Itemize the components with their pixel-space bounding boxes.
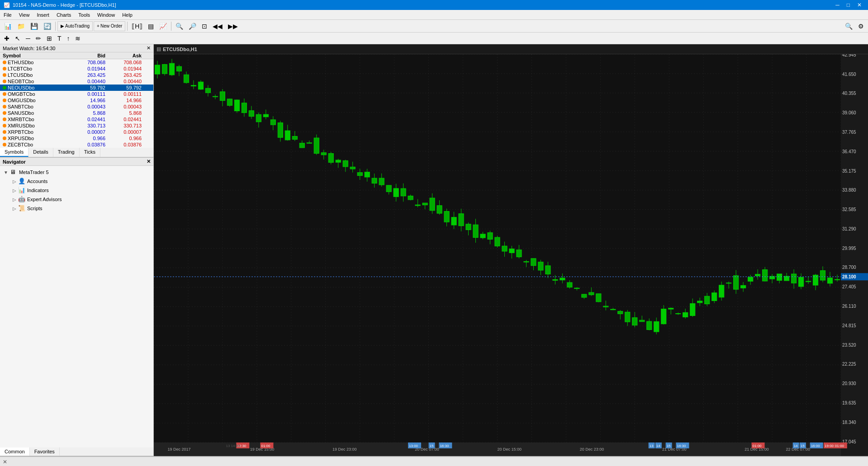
- menu-view[interactable]: View: [15, 11, 33, 19]
- maximize-button[interactable]: □: [844, 1, 853, 9]
- market-watch-row[interactable]: ZECBTCbo 0.03876 0.03876: [0, 141, 153, 148]
- menu-charts[interactable]: Charts: [53, 11, 75, 19]
- sym-dot: [3, 67, 6, 71]
- fib-btn[interactable]: ≋: [73, 33, 83, 43]
- nav-item-scripts[interactable]: ▷ 📜 Scripts: [11, 204, 152, 213]
- text-btn[interactable]: T: [55, 33, 64, 43]
- market-watch-row[interactable]: LTCUSDbo 263.425 263.425: [0, 72, 153, 78]
- symbol-name: LTCBTCbo: [8, 66, 32, 71]
- sym-dot: [3, 86, 6, 89]
- settings-btn[interactable]: ⚙: [856, 21, 866, 31]
- mw-tab-trading[interactable]: Trading: [53, 148, 80, 157]
- cursor-btn[interactable]: ↖: [13, 33, 23, 43]
- market-watch-row[interactable]: ETHUSDbo 708.068 708.068: [0, 59, 153, 66]
- symbol-cell: SANUSDbo: [3, 110, 69, 116]
- nav-item-metatrader[interactable]: ▼ 🖥 MetaTrader 5: [2, 168, 152, 177]
- refresh-btn[interactable]: 🔄: [41, 21, 53, 31]
- ask-cell: 708.068: [105, 60, 142, 65]
- neworder-icon: +: [97, 24, 100, 28]
- autotrading-btn[interactable]: ▶ AutoTrading: [57, 21, 93, 31]
- arrow-btn[interactable]: ↑: [64, 33, 72, 43]
- symbol-cell: XRPUSDbo: [3, 136, 69, 141]
- menu-file[interactable]: File: [0, 11, 15, 19]
- row-actions: [142, 142, 151, 147]
- nav-tab-favorites[interactable]: Favorites: [30, 447, 60, 456]
- market-watch-tabs: Symbols Details Trading Ticks: [0, 148, 153, 157]
- period-btn1[interactable]: ⟦H⟧: [129, 21, 145, 31]
- terminal-close-btn[interactable]: ✕: [3, 459, 7, 465]
- nav-item-accounts[interactable]: ▷ 👤 Accounts: [11, 177, 152, 186]
- menu-help[interactable]: Help: [119, 11, 136, 19]
- market-watch-row[interactable]: SANUSDbo 5.868 5.868: [0, 110, 153, 116]
- nav-icon-indicators: 📊: [18, 187, 25, 194]
- menu-insert[interactable]: Insert: [33, 11, 53, 19]
- market-watch-row[interactable]: XRPUSDbo 0.966 0.966: [0, 135, 153, 141]
- nav-icon-accounts: 👤: [18, 178, 25, 185]
- draw-btn[interactable]: ✏: [33, 33, 43, 43]
- market-watch-row[interactable]: XMRBTCbo 0.02441 0.02441: [0, 116, 153, 122]
- bid-cell: 263.425: [69, 72, 105, 78]
- sym-dot: [3, 80, 6, 83]
- mw-tab-ticks[interactable]: Ticks: [80, 148, 100, 157]
- navigator-close[interactable]: ✕: [147, 159, 151, 165]
- col-ask: Ask: [105, 53, 142, 58]
- chart-type-btn[interactable]: 📈: [157, 21, 169, 31]
- open-btn[interactable]: 📁: [15, 21, 27, 31]
- symbol-name: OMGBTCbo: [8, 91, 35, 97]
- menu-tools[interactable]: Tools: [75, 11, 94, 19]
- market-watch-row[interactable]: NEOBTCbo 0.00440 0.00440: [0, 78, 153, 85]
- chart-canvas-container[interactable]: [154, 54, 868, 456]
- hline-btn[interactable]: ─: [24, 33, 33, 43]
- row-actions: [142, 110, 151, 116]
- zoom-out-btn[interactable]: 🔎: [186, 21, 199, 31]
- scroll-left-btn[interactable]: ◀◀: [210, 21, 225, 31]
- market-watch-row[interactable]: XMRUSDbo 330.713 330.713: [0, 122, 153, 129]
- sym-dot: [3, 61, 6, 64]
- app-icon: 📈: [4, 2, 10, 8]
- symbol-name: XMRUSDbo: [8, 123, 35, 128]
- market-watch-row[interactable]: LTCBTCbo 0.01944 0.01944: [0, 66, 153, 72]
- zoom-fit-btn[interactable]: ⊡: [199, 21, 209, 31]
- nav-label-mt: MetaTrader 5: [19, 169, 49, 175]
- save-btn[interactable]: 💾: [28, 21, 40, 31]
- chart-area: ▤ ETCUSDbo,H1: [154, 44, 868, 456]
- mw-tab-details[interactable]: Details: [28, 148, 53, 157]
- symbol-name: NEOUSDbo: [8, 85, 34, 90]
- bid-cell: 14.966: [69, 98, 105, 103]
- symbol-name: SANUSDbo: [8, 110, 34, 116]
- market-watch-row[interactable]: NEOUSDbo 59.792 59.792: [0, 85, 153, 91]
- bid-cell: 0.00007: [69, 129, 105, 135]
- ask-cell: 330.713: [105, 123, 142, 128]
- crosshair-btn[interactable]: ✚: [2, 33, 12, 43]
- nav-icon-mt: 🖥: [10, 169, 17, 176]
- chart-canvas[interactable]: [154, 54, 868, 456]
- menu-window[interactable]: Window: [94, 11, 119, 19]
- period-btn2[interactable]: ▤: [146, 21, 156, 31]
- scroll-right-btn[interactable]: ▶▶: [226, 21, 240, 31]
- market-watch-close[interactable]: ✕: [147, 45, 151, 51]
- close-button[interactable]: ✕: [854, 1, 864, 9]
- channel-btn[interactable]: ⊞: [44, 33, 54, 43]
- chart-header: ▤ ETCUSDbo,H1: [154, 44, 868, 54]
- minimize-button[interactable]: ─: [833, 1, 842, 9]
- symbol-cell: SANBTCbo: [3, 104, 69, 109]
- mw-tab-symbols[interactable]: Symbols: [0, 148, 28, 157]
- market-watch-row[interactable]: XRPBTCbo 0.00007 0.00007: [0, 129, 153, 135]
- ask-cell: 0.00111: [105, 91, 142, 97]
- nav-tab-common[interactable]: Common: [0, 447, 30, 456]
- nav-label-indicators: Indicators: [27, 188, 49, 193]
- sym-dot: [3, 137, 6, 140]
- search-btn[interactable]: 🔍: [843, 21, 855, 31]
- market-watch-row[interactable]: OMGUSDbo 14.966 14.966: [0, 97, 153, 104]
- symbol-cell: XRPBTCbo: [3, 129, 69, 135]
- row-actions: [142, 91, 151, 97]
- market-watch-row[interactable]: SANBTCbo 0.00043 0.00043: [0, 104, 153, 110]
- new-order-btn[interactable]: + New Order: [94, 21, 125, 31]
- market-watch-row[interactable]: OMGBTCbo 0.00111 0.00111: [0, 91, 153, 97]
- nav-item-indicators[interactable]: ▷ 📊 Indicators: [11, 186, 152, 195]
- new-chart-btn[interactable]: 📊: [2, 21, 14, 31]
- navigator-title: Navigator: [3, 159, 26, 165]
- zoom-in-btn[interactable]: 🔍: [173, 21, 185, 31]
- nav-item-experts[interactable]: ▷ 🤖 Expert Advisors: [11, 195, 152, 204]
- expand-icon: ▷: [13, 197, 16, 202]
